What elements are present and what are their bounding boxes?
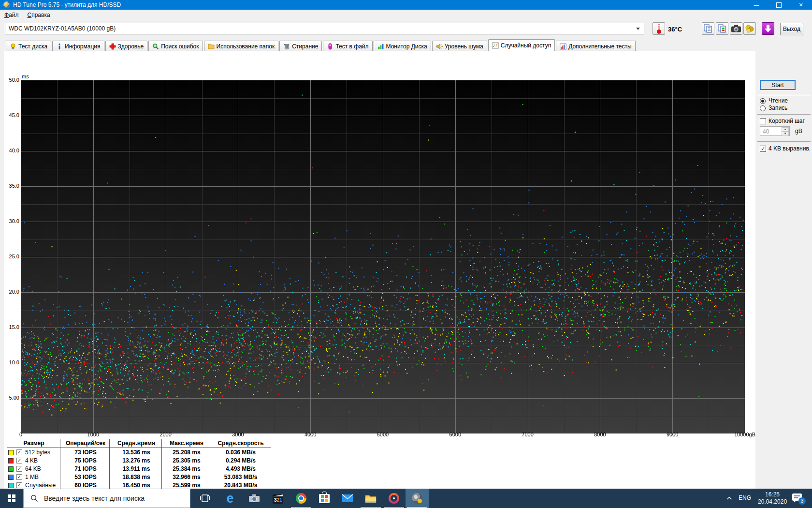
maximize-button[interactable] <box>768 0 790 10</box>
read-label: Чтение <box>768 97 788 104</box>
minimize-button[interactable]: — <box>745 0 768 10</box>
save-button[interactable] <box>743 22 756 35</box>
taskbar-search[interactable] <box>23 489 190 508</box>
read-radio[interactable] <box>760 98 766 104</box>
clock[interactable]: 16:25 20.04.2020 <box>758 491 787 506</box>
download-button[interactable] <box>762 22 774 35</box>
groove-icon <box>389 493 399 504</box>
camera-app-button[interactable] <box>243 489 266 508</box>
tab-erase[interactable]: Стирание <box>279 41 322 51</box>
exit-button[interactable]: Выход <box>780 23 803 35</box>
task-view-button[interactable] <box>193 489 217 508</box>
search-input[interactable] <box>43 494 190 503</box>
erase-icon <box>283 43 290 50</box>
x-axis-tick <box>600 433 600 435</box>
y-axis-label: 45.0 <box>1 112 19 118</box>
hdtune-taskbar-button[interactable] <box>406 489 429 508</box>
y-axis-label: 40.0 <box>1 148 19 153</box>
separator <box>757 141 811 142</box>
error-scan-icon <box>152 43 159 50</box>
copy-image-button[interactable] <box>716 22 728 35</box>
temperature-value: 36°C <box>668 26 682 33</box>
tab-error-scan[interactable]: Поиск ошибок <box>148 41 203 51</box>
stride-spinner[interactable]: 40 ▲ ▼ <box>760 126 790 136</box>
y-axis-label: 20.0 <box>1 289 19 295</box>
tab-label: Здоровье <box>118 43 144 50</box>
spinner-up-button[interactable]: ▲ <box>782 127 789 132</box>
tab-extra-tests[interactable]: Дополнительные тесты <box>556 41 635 51</box>
table-column-separator <box>60 439 60 491</box>
tab-info[interactable]: Информация <box>52 41 104 51</box>
tab-health[interactable]: Здоровье <box>105 41 148 51</box>
table-cell: 25.208 ms <box>162 449 211 456</box>
tab-label: Стирание <box>292 43 318 50</box>
camera-app-icon <box>248 493 260 503</box>
tray-expand-button[interactable] <box>723 489 736 508</box>
close-button[interactable]: ✕ <box>790 0 812 10</box>
x-axis-tick <box>745 433 745 435</box>
tab-label: Поиск ошибок <box>161 43 199 50</box>
hdtune-icon <box>412 493 422 504</box>
short-stride-checkbox[interactable] <box>760 118 766 124</box>
edge-button[interactable]: e <box>218 489 242 508</box>
y-axis-label: 15.0 <box>1 324 19 330</box>
app-icon <box>3 1 10 8</box>
start-button[interactable]: Start <box>760 80 796 90</box>
folder-icon <box>208 43 215 50</box>
size-label: 4 KB <box>25 457 38 464</box>
file-test-icon <box>327 43 334 50</box>
table-header-underline <box>7 448 271 448</box>
notification-center-button[interactable]: 3 <box>792 493 802 503</box>
copy-text-button[interactable] <box>702 22 714 35</box>
series-checkbox[interactable]: ✓ <box>16 474 22 480</box>
write-radio[interactable] <box>760 105 766 111</box>
lamp-icon <box>10 43 16 50</box>
series-checkbox[interactable]: ✓ <box>16 449 22 455</box>
series-color-swatch <box>8 475 14 480</box>
tab-file-benchmark[interactable]: Тест в файл <box>323 41 372 51</box>
chrome-button[interactable] <box>290 489 313 508</box>
store-button[interactable] <box>313 489 336 508</box>
table-header-3: Макс.время <box>162 440 211 447</box>
start-label: Start <box>771 82 783 89</box>
tab-noise-level[interactable]: Уровень шума <box>432 41 487 51</box>
start-menu-button[interactable] <box>0 489 23 508</box>
series-checkbox[interactable]: ✓ <box>16 466 22 472</box>
table-header-4: Средн.скорость <box>211 440 271 447</box>
y-axis-label: 30.0 <box>1 218 19 224</box>
screenshot-button[interactable] <box>730 22 742 35</box>
size-label: 1 MB <box>25 474 39 480</box>
tab-random-access[interactable]: Случайный доступ <box>488 39 555 51</box>
temperature-button[interactable] <box>652 22 665 35</box>
search-icon <box>30 494 38 502</box>
menu-bar: Файл Справка <box>0 10 812 21</box>
tab-label: Информация <box>65 43 100 50</box>
table-header-1: Операций/сек <box>61 440 110 447</box>
camera-icon <box>731 24 741 33</box>
language-indicator[interactable]: ENG <box>739 494 751 501</box>
tab-folder-usage[interactable]: Использование папок <box>204 41 279 51</box>
mail-button[interactable] <box>336 489 359 508</box>
align-4k-checkbox[interactable]: ✓ <box>760 146 766 152</box>
drive-select[interactable]: WDC WD102KRYZ-01A5AB0 (10000 gB) <box>5 23 644 34</box>
x-axis-label: 0 <box>0 432 43 437</box>
short-stride-label: Короткий шаг <box>768 118 805 124</box>
explorer-button[interactable] <box>359 489 382 508</box>
table-cell: 71 IOPS <box>61 465 110 472</box>
health-icon <box>109 43 116 50</box>
media-player-button[interactable]: 321 <box>266 489 290 508</box>
groove-button[interactable] <box>382 489 406 508</box>
chrome-icon <box>296 493 306 504</box>
tab-disk-test[interactable]: Тест диска <box>6 41 51 51</box>
menu-file[interactable]: Файл <box>0 11 23 19</box>
series-color-swatch <box>8 483 14 488</box>
y-axis-unit: ms <box>22 74 29 79</box>
stride-unit-label: gB <box>795 128 802 134</box>
series-checkbox[interactable]: ✓ <box>16 458 22 463</box>
tab-disk-monitor[interactable]: Монитор Диска <box>374 41 431 51</box>
table-cell: 25.599 ms <box>162 482 211 489</box>
menu-help[interactable]: Справка <box>23 11 55 19</box>
chevron-up-icon <box>726 496 732 500</box>
spinner-down-button[interactable]: ▼ <box>782 132 789 136</box>
series-checkbox[interactable]: ✓ <box>16 482 22 488</box>
